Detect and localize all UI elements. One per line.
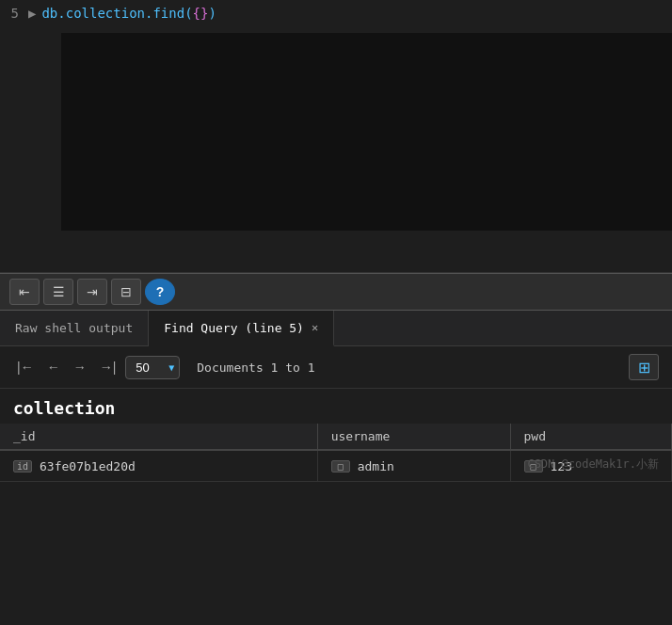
editor-dark-region [61, 33, 672, 231]
toolbar: ⇤ ☰ ⇥ ⊟ ? [0, 273, 672, 311]
editor-area: 5 ▶ db.collection.find({}) [0, 0, 672, 273]
watermark: CSDN @codeMak1r.小新 [527, 457, 659, 473]
dedent-button[interactable]: ☰ [43, 279, 73, 305]
id-value: 63fe07b1ed20d [40, 459, 136, 473]
indent-left-button[interactable]: ⇤ [9, 279, 40, 305]
cell-username: □ admin [317, 450, 510, 482]
col-header-pwd: pwd [510, 424, 671, 450]
id-cell-content: id 63fe07b1ed20d [13, 459, 136, 473]
tab-close-button[interactable]: ✕ [312, 322, 318, 333]
line-arrow: ▶ [28, 4, 36, 24]
line-number-5: 5 [0, 4, 28, 24]
username-cell-content: □ admin [331, 459, 394, 473]
username-value: admin [358, 459, 394, 473]
col-header-id: _id [0, 424, 317, 450]
tab-find-query-label: Find Query (line 5) [164, 321, 304, 335]
prev-page-button[interactable]: ← [43, 358, 64, 377]
page-size-wrapper: 10 25 50 100 [125, 356, 180, 379]
page-size-select[interactable]: 10 25 50 100 [125, 356, 180, 379]
code-line-5: 5 ▶ db.collection.find({}) [0, 0, 672, 27]
indent-right-button[interactable]: ⇥ [77, 279, 107, 305]
export-icon: ⊞ [638, 359, 650, 377]
code-brace-open: { [193, 4, 200, 24]
help-button[interactable]: ? [145, 279, 175, 305]
username-type-badge: □ [331, 460, 350, 473]
first-page-button[interactable]: |← [13, 358, 38, 377]
id-type-badge: id [13, 460, 32, 473]
collection-name: collection [0, 389, 672, 424]
last-page-button[interactable]: →| [96, 358, 120, 377]
export-button[interactable]: ⊞ [629, 354, 659, 380]
tab-raw-shell[interactable]: Raw shell output [0, 311, 149, 346]
cell-id: id 63fe07b1ed20d [0, 450, 317, 482]
col-header-username: username [317, 424, 510, 450]
code-db: db.collection.find( [41, 4, 192, 24]
tabs-bar: Raw shell output Find Query (line 5) ✕ [0, 311, 672, 346]
indent-left-icon: ⇤ [19, 284, 30, 299]
tab-find-query[interactable]: Find Query (line 5) ✕ [149, 311, 334, 346]
collapse-icon: ⊟ [120, 284, 132, 299]
data-table: _id username pwd id 63fe07b1ed20d [0, 424, 672, 482]
indent-right-icon: ⇥ [87, 284, 98, 299]
dedent-icon: ☰ [53, 284, 65, 299]
table-header-row: _id username pwd [0, 424, 672, 450]
pagination-row: |← ← → →| 10 25 50 100 Documents 1 to 1 … [0, 346, 672, 389]
docs-count-label: Documents 1 to 1 [197, 361, 314, 375]
tab-raw-shell-label: Raw shell output [15, 321, 133, 335]
next-page-button[interactable]: → [70, 358, 90, 377]
code-paren-close: ) [208, 4, 216, 24]
help-icon: ? [156, 284, 165, 299]
collapse-button[interactable]: ⊟ [111, 279, 141, 305]
code-brace-close: } [200, 4, 208, 24]
